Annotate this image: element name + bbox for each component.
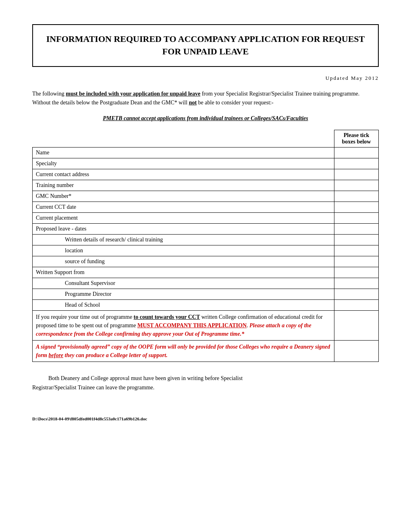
item-label: Current contact address — [33, 169, 334, 180]
table-row: Programme Director — [33, 289, 379, 300]
intro-prefix: The following — [32, 91, 66, 97]
tick-cell[interactable] — [334, 191, 379, 202]
tick-cell[interactable] — [334, 256, 379, 267]
item-label: Current CCT date — [33, 202, 334, 213]
item-label: Specialty — [33, 158, 334, 169]
tick-cell[interactable] — [334, 148, 379, 158]
tick-cell[interactable] — [334, 245, 379, 256]
tick-cell[interactable] — [334, 235, 379, 245]
tick-cell[interactable] — [334, 169, 379, 180]
tick-cell[interactable] — [334, 202, 379, 213]
intro-underline: must be included with your application f… — [66, 91, 200, 97]
table-row: Specialty — [33, 158, 379, 169]
tick-cell[interactable] — [334, 300, 379, 311]
cct-cell: If you require your time out of programm… — [33, 311, 334, 341]
page-title: INFORMATION REQUIRED TO ACCOMPANY APPLIC… — [45, 33, 366, 58]
item-label: location — [33, 245, 334, 256]
tick-cell[interactable] — [334, 224, 379, 235]
tick-cell[interactable] — [334, 213, 379, 224]
title-box: INFORMATION REQUIRED TO ACCOMPANY APPLIC… — [32, 24, 379, 67]
item-label: Written details of research/ clinical tr… — [33, 235, 334, 245]
item-label: Programme Director — [33, 289, 334, 300]
table-row: GMC Number* — [33, 191, 379, 202]
table-row: source of funding — [33, 256, 379, 267]
table-row: Name — [33, 148, 379, 158]
file-path: D:\Docs\2018-04-09\f805dfed001f4d8c553a0… — [32, 416, 379, 421]
tick-cell[interactable] — [334, 158, 379, 169]
table-row: Written Support from — [33, 267, 379, 278]
red-cell: A signed “provisionally agreed” copy of … — [33, 341, 334, 362]
item-label: Current placement — [33, 213, 334, 224]
item-label: Training number — [33, 180, 334, 191]
table-row: Written details of research/ clinical tr… — [33, 235, 379, 245]
checklist-table: Please tick boxes below NameSpecialtyCur… — [32, 130, 379, 362]
tick-cell[interactable] — [334, 267, 379, 278]
item-label: Proposed leave - dates — [33, 224, 334, 235]
pmetb-notice: PMETB cannot accept applications from in… — [32, 115, 379, 122]
table-row: Current CCT date — [33, 202, 379, 213]
cct-tick-cell[interactable] — [334, 311, 379, 341]
table-row: location — [33, 245, 379, 256]
item-label: Consultant Supervisor — [33, 278, 334, 289]
footer-prefix: Both Deanery and College approval — [48, 375, 131, 381]
header-spacer — [33, 130, 334, 148]
intro-suffix2: be able to consider your request:- — [197, 100, 274, 106]
tick-column-header: Please tick boxes below — [334, 130, 379, 148]
intro-not: not — [189, 100, 197, 106]
item-label: source of funding — [33, 256, 334, 267]
table-row: Current placement — [33, 213, 379, 224]
cct-row: If you require your time out of programm… — [33, 311, 379, 341]
footer-line2: Registrar/Specialist Trainee can leave t… — [32, 384, 154, 391]
updated-date: Updated May 2012 — [32, 75, 379, 81]
intro-paragraph: The following must be included with your… — [32, 89, 379, 108]
checklist-container: Please tick boxes below NameSpecialtyCur… — [32, 130, 379, 362]
table-row: Current contact address — [33, 169, 379, 180]
item-label: Head of School — [33, 300, 334, 311]
red-row: A signed “provisionally agreed” copy of … — [33, 341, 379, 362]
tick-cell[interactable] — [334, 278, 379, 289]
item-label: Name — [33, 148, 334, 158]
red-tick-cell[interactable] — [334, 341, 379, 362]
item-label: GMC Number* — [33, 191, 334, 202]
tick-cell[interactable] — [334, 180, 379, 191]
footer-paragraph: Both Deanery and College approval must h… — [32, 374, 379, 392]
item-label: Written Support from — [33, 267, 334, 278]
table-row: Proposed leave - dates — [33, 224, 379, 235]
footer-suffix: have been given in writing before Specia… — [142, 375, 243, 381]
table-row: Consultant Supervisor — [33, 278, 379, 289]
tick-cell[interactable] — [334, 289, 379, 300]
table-row: Head of School — [33, 300, 379, 311]
footer-must: must — [131, 375, 142, 381]
table-row: Training number — [33, 180, 379, 191]
